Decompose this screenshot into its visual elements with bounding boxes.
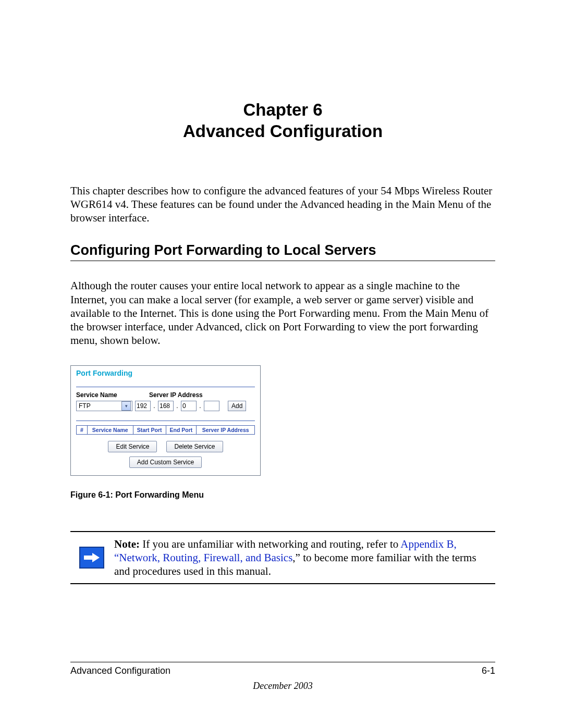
chapter-title: Chapter 6 Advanced Configuration bbox=[70, 99, 495, 142]
svg-marker-0 bbox=[84, 553, 100, 562]
footer-rule bbox=[70, 662, 495, 662]
ip-octet-1[interactable]: 192 bbox=[135, 401, 151, 411]
section-paragraph: Although the router causes your entire l… bbox=[70, 279, 495, 347]
divider bbox=[76, 387, 255, 387]
note-before-link: If you are unfamiliar with networking an… bbox=[140, 538, 400, 550]
footer-row: Advanced Configuration 6-1 bbox=[70, 665, 495, 676]
note-icon-cell bbox=[70, 532, 113, 584]
add-custom-service-button[interactable]: Add Custom Service bbox=[129, 456, 202, 468]
note-text: Note: If you are unfamiliar with network… bbox=[113, 532, 495, 584]
col-service-name: Service Name bbox=[88, 425, 133, 434]
service-name-label: Service Name bbox=[76, 391, 149, 399]
dot: . bbox=[153, 402, 155, 410]
pf-button-row: Edit Service Delete Service bbox=[76, 441, 255, 452]
note-prefix: Note: bbox=[114, 538, 140, 550]
divider bbox=[76, 421, 255, 421]
page-footer: Advanced Configuration 6-1 December 2003 bbox=[70, 662, 495, 692]
add-button[interactable]: Add bbox=[228, 401, 246, 411]
chevron-down-icon: ▾ bbox=[121, 401, 131, 411]
col-start-port: Start Port bbox=[133, 425, 166, 434]
footer-date: December 2003 bbox=[70, 681, 495, 692]
footer-left: Advanced Configuration bbox=[70, 665, 170, 676]
ip-octet-4[interactable] bbox=[204, 401, 219, 411]
dot: . bbox=[199, 402, 201, 410]
service-name-select[interactable]: FTP ▾ bbox=[76, 401, 132, 411]
arrow-right-icon bbox=[79, 547, 104, 569]
pf-title: Port Forwarding bbox=[76, 369, 255, 377]
section-heading: Configuring Port Forwarding to Local Ser… bbox=[70, 242, 495, 261]
delete-service-button[interactable]: Delete Service bbox=[166, 441, 223, 452]
service-name-value: FTP bbox=[79, 402, 91, 410]
chapter-name: Advanced Configuration bbox=[70, 120, 495, 142]
dot: . bbox=[176, 402, 178, 410]
col-num: # bbox=[77, 425, 88, 434]
intro-paragraph: This chapter describes how to configure … bbox=[70, 184, 495, 225]
server-ip-label: Server IP Address bbox=[149, 391, 203, 399]
ip-octet-2[interactable]: 168 bbox=[158, 401, 174, 411]
pf-services-table: # Service Name Start Port End Port Serve… bbox=[76, 425, 255, 435]
col-server-ip: Server IP Address bbox=[197, 425, 255, 434]
col-end-port: End Port bbox=[166, 425, 197, 434]
port-forwarding-figure: Port Forwarding Service Name Server IP A… bbox=[70, 365, 261, 476]
manual-page: Chapter 6 Advanced Configuration This ch… bbox=[0, 0, 563, 728]
pf-button-row-2: Add Custom Service bbox=[76, 456, 255, 468]
note-box: Note: If you are unfamiliar with network… bbox=[70, 531, 495, 585]
chapter-number: Chapter 6 bbox=[70, 99, 495, 120]
pf-input-row: FTP ▾ 192 . 168 . 0 . Add bbox=[76, 401, 255, 411]
footer-page-number: 6-1 bbox=[482, 665, 495, 676]
edit-service-button[interactable]: Edit Service bbox=[108, 441, 157, 452]
pf-labels-row: Service Name Server IP Address bbox=[76, 391, 255, 399]
figure-caption: Figure 6-1: Port Forwarding Menu bbox=[70, 490, 495, 500]
ip-octet-3[interactable]: 0 bbox=[181, 401, 197, 411]
